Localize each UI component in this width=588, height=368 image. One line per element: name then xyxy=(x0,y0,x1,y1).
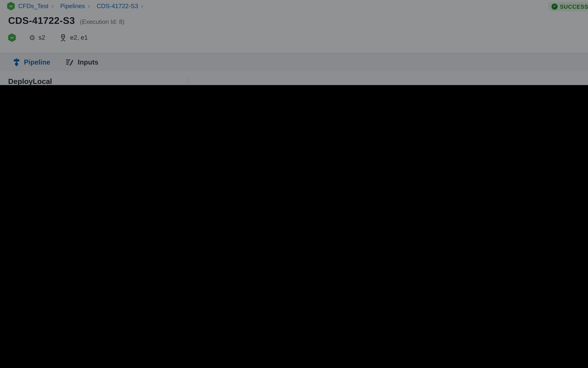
breadcrumb-separator: › xyxy=(141,3,143,10)
breadcrumb-separator: › xyxy=(88,3,90,10)
status-text: SUCCESS xyxy=(560,3,588,10)
title-row: CDS-41722-S3 (Execution Id: 8) xyxy=(8,15,124,27)
project-icon: ∞ xyxy=(7,2,15,10)
tab-inputs-label: Inputs xyxy=(78,58,98,66)
environment-icon xyxy=(59,34,66,41)
execution-meta-row: ∞ ⚙ s2 e2, e1 Admin xyxy=(8,33,588,43)
services-column: Service(s) s2 xyxy=(197,84,226,85)
stage-summary: DeployLocal Started at: 15/09/2022, 16:0… xyxy=(0,71,588,85)
page-header: ∞ CFDs_Test › Pipelines › CDS-41722-S3 ›… xyxy=(0,0,588,53)
breadcrumb-pipelines[interactable]: Pipelines xyxy=(60,3,85,10)
pipeline-execution-page: ∞ CFDs_Test › Pipelines › CDS-41722-S3 ›… xyxy=(0,0,588,85)
execution-summary-bar: ✓ SUCCESS Start time 15/09/2022 16:09:26… xyxy=(549,1,588,12)
pipeline-icon xyxy=(13,58,20,67)
environments-tag[interactable]: e2, e1 xyxy=(70,34,88,41)
breadcrumb-separator: › xyxy=(51,3,54,10)
tab-pipeline-label: Pipeline xyxy=(24,58,50,66)
status-badge: ✓ SUCCESS xyxy=(549,2,588,11)
page-title: CDS-41722-S3 xyxy=(8,15,75,27)
breadcrumb-pipeline[interactable]: CDS-41722-S3 xyxy=(97,3,138,10)
breadcrumb: ∞ CFDs_Test › Pipelines › CDS-41722-S3 › xyxy=(7,1,588,11)
services-label: Service(s) xyxy=(197,84,226,85)
status-check-icon: ✓ xyxy=(552,3,558,10)
divider xyxy=(188,76,189,85)
environments-column: Environment(s) e1 xyxy=(330,84,375,85)
view-tabs: Pipeline Inputs Console View xyxy=(0,53,588,72)
inputs-icon xyxy=(66,58,74,66)
execution-id: (Execution Id: 8) xyxy=(80,18,124,26)
pipeline-status-icon: ∞ xyxy=(8,33,16,42)
breadcrumb-project[interactable]: CFDs_Test xyxy=(18,3,48,10)
tab-inputs[interactable]: Inputs xyxy=(66,58,98,66)
stage-name[interactable]: DeployLocal xyxy=(8,77,52,85)
service-icon: ⚙ xyxy=(29,34,35,42)
service-tag[interactable]: s2 xyxy=(38,34,45,41)
tab-pipeline[interactable]: Pipeline xyxy=(13,58,50,67)
environments-label: Environment(s) xyxy=(330,84,375,85)
